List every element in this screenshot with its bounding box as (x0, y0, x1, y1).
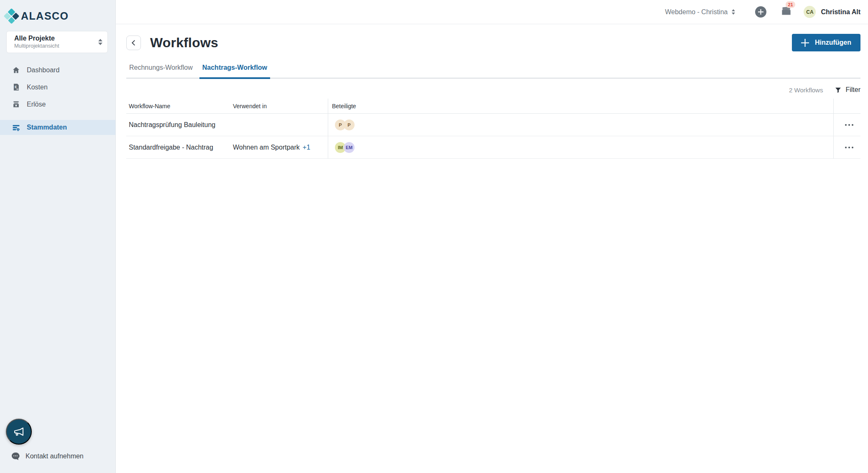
workflow-name-cell: Standardfreigabe - Nachtrag (126, 136, 230, 158)
plus-icon (758, 9, 763, 15)
project-selector[interactable]: Alle Projekte Multiprojektansicht (6, 31, 108, 53)
used-in-text: Wohnen am Sportpark (233, 144, 300, 151)
tab-rechnungs-workflow[interactable]: Rechnungs-Workflow (126, 64, 196, 79)
topbar: Webdemo - Christina 21 CA Christina Alt (116, 0, 868, 24)
used-in-more-link[interactable]: +1 (303, 144, 310, 151)
masterdata-gear-icon (12, 124, 20, 132)
notification-badge: 21 (786, 1, 795, 8)
filter-button[interactable]: Filter (835, 86, 860, 94)
table-header-row: Workflow-Name Verwendet in Beteiligte (126, 99, 860, 114)
sidebar-item-label: Kosten (27, 84, 48, 91)
filter-funnel-icon (835, 86, 842, 94)
project-selector-subtitle: Multiprojektansicht (14, 43, 98, 50)
table-meta-row: 2 Workflows Filter (126, 86, 860, 94)
column-header-verwendet-in: Verwendet in (230, 99, 328, 113)
participant-avatar: P (344, 120, 355, 130)
app-logo: ALASCO (0, 0, 115, 22)
chevron-updown-icon (98, 39, 102, 45)
filter-label: Filter (845, 86, 860, 94)
quick-add-button[interactable] (755, 6, 766, 18)
chat-bubble-icon (10, 451, 20, 461)
workflow-tabs: Rechnungs-Workflow Nachtrags-Workflow (126, 64, 860, 79)
contact-label: Kontakt aufnehmen (26, 453, 84, 460)
plus-icon (801, 39, 809, 47)
used-in-cell (230, 114, 328, 136)
sidebar-item-dashboard[interactable]: Dashboard (0, 61, 115, 79)
empty-area (126, 159, 860, 473)
tab-nachtrags-workflow[interactable]: Nachtrags-Workflow (199, 64, 270, 79)
cashbox-icon (12, 100, 20, 108)
workflows-table: Workflow-Name Verwendet in Beteiligte Na… (126, 99, 860, 159)
sidebar: ALASCO Alle Projekte Multiprojektansicht… (0, 0, 116, 473)
sidebar-item-erloese[interactable]: Erlöse (0, 96, 115, 113)
row-actions-cell (833, 136, 860, 158)
chevron-updown-icon (732, 9, 735, 15)
workspace-label: Webdemo - Christina (665, 8, 728, 16)
table-row[interactable]: Nachtragsprüfung Bauleitung P P (126, 114, 860, 136)
participants-cell: IM EM (328, 136, 833, 158)
column-header-workflow-name: Workflow-Name (126, 99, 230, 113)
app-logo-text: ALASCO (21, 10, 69, 22)
page-header: Workflows Hinzufügen (126, 34, 860, 51)
sidebar-item-label: Dashboard (27, 66, 59, 74)
table-row[interactable]: Standardfreigabe - Nachtrag Wohnen am Sp… (126, 136, 860, 159)
notifications-button[interactable]: 21 (781, 5, 792, 18)
user-menu[interactable]: CA Christina Alt (804, 6, 860, 18)
participant-avatar: EM (344, 142, 355, 153)
invoice-icon: € (12, 83, 20, 91)
sidebar-nav: Dashboard € Kosten Erlöse Stammdaten (0, 61, 115, 135)
sidebar-item-stammdaten[interactable]: Stammdaten (0, 120, 115, 135)
row-actions-cell (833, 114, 860, 136)
announcements-fab[interactable] (6, 419, 32, 445)
alasco-logo-icon (3, 8, 19, 24)
user-name: Christina Alt (821, 8, 860, 16)
page-title: Workflows (150, 35, 218, 51)
back-button[interactable] (126, 36, 141, 50)
chevron-left-icon (131, 40, 136, 46)
add-workflow-label: Hinzufügen (815, 39, 851, 46)
project-selector-title: Alle Projekte (14, 34, 98, 43)
page-content: Workflows Hinzufügen Rechnungs-Workflow … (116, 24, 868, 473)
participants-cell: P P (328, 114, 833, 136)
home-icon (12, 66, 20, 74)
sidebar-item-label: Erlöse (27, 101, 46, 108)
column-header-actions (833, 99, 860, 113)
row-menu-button[interactable] (842, 121, 857, 129)
svg-text:€: € (15, 85, 17, 89)
column-header-beteiligte: Beteiligte (328, 99, 833, 113)
user-avatar: CA (804, 6, 816, 18)
workspace-selector[interactable]: Webdemo - Christina (665, 8, 735, 16)
row-menu-button[interactable] (842, 143, 857, 152)
used-in-cell: Wohnen am Sportpark +1 (230, 136, 328, 158)
sidebar-item-kosten[interactable]: € Kosten (0, 79, 115, 96)
add-workflow-button[interactable]: Hinzufügen (792, 34, 860, 51)
megaphone-icon (13, 425, 25, 438)
sidebar-item-label: Stammdaten (27, 124, 67, 131)
workflow-count: 2 Workflows (789, 86, 823, 94)
workflow-name-cell: Nachtragsprüfung Bauleitung (126, 114, 230, 136)
main-area: Webdemo - Christina 21 CA Christina Alt … (116, 0, 868, 473)
contact-link[interactable]: Kontakt aufnehmen (10, 451, 84, 461)
